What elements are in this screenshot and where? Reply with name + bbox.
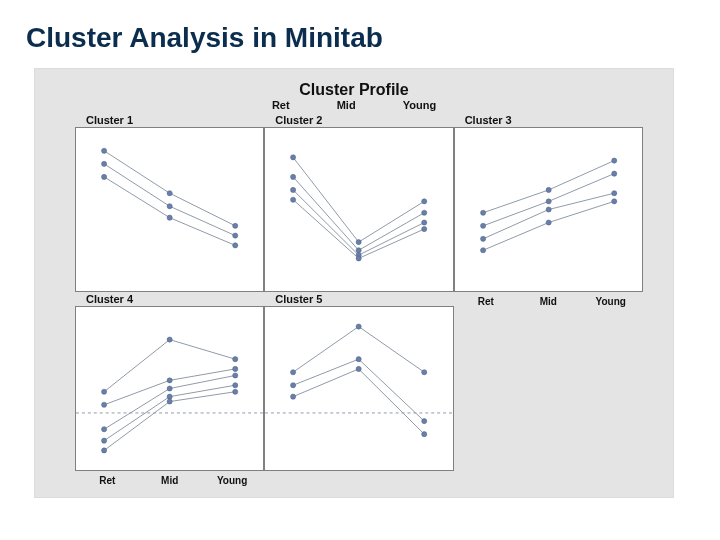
svg-point-55 (422, 419, 427, 424)
svg-point-38 (167, 378, 172, 383)
panel-label: Cluster 3 (465, 114, 512, 126)
svg-point-15 (291, 187, 296, 192)
svg-point-48 (233, 389, 238, 394)
svg-point-4 (167, 204, 172, 209)
panel-4: Cluster 4RetMidYoung (75, 306, 264, 471)
svg-point-0 (102, 148, 107, 153)
svg-point-58 (422, 432, 427, 437)
panel-2: Cluster 2 (264, 127, 453, 292)
axis-labels: RetMidYoung (76, 475, 263, 486)
svg-point-22 (546, 187, 551, 192)
svg-point-17 (422, 220, 427, 225)
panel-3: Cluster 3RetMidYoung (454, 127, 643, 292)
axis-tick-label: Mid (139, 475, 201, 486)
svg-point-45 (233, 383, 238, 388)
svg-point-53 (291, 383, 296, 388)
slide: Cluster Analysis in Minitab Cluster Prof… (0, 0, 720, 540)
svg-point-35 (167, 337, 172, 342)
svg-point-31 (546, 220, 551, 225)
svg-point-8 (233, 243, 238, 248)
svg-point-30 (480, 248, 485, 253)
svg-point-14 (422, 210, 427, 215)
page-title: Cluster Analysis in Minitab (26, 22, 698, 54)
svg-point-41 (167, 386, 172, 391)
cat-label: Mid (337, 99, 356, 111)
svg-point-6 (102, 174, 107, 179)
svg-point-13 (356, 248, 361, 253)
svg-point-52 (422, 370, 427, 375)
svg-point-44 (167, 394, 172, 399)
chart-card: Cluster Profile Ret Mid Young Cluster 1C… (34, 68, 674, 498)
panel-label: Cluster 1 (86, 114, 133, 126)
svg-point-19 (356, 256, 361, 261)
panel-5: Cluster 5 (264, 306, 453, 471)
svg-point-10 (356, 240, 361, 245)
svg-point-3 (102, 161, 107, 166)
svg-point-43 (102, 438, 107, 443)
svg-point-51 (356, 324, 361, 329)
top-category-labels: Ret Mid Young (35, 99, 673, 111)
svg-point-1 (167, 191, 172, 196)
svg-point-56 (291, 394, 296, 399)
svg-point-2 (233, 223, 238, 228)
svg-point-40 (102, 427, 107, 432)
svg-point-34 (102, 389, 107, 394)
svg-point-57 (356, 366, 361, 371)
svg-point-27 (480, 236, 485, 241)
axis-tick-label: Young (580, 296, 642, 307)
svg-point-46 (102, 448, 107, 453)
svg-point-20 (422, 226, 427, 231)
svg-point-18 (291, 197, 296, 202)
axis-tick-label: Mid (517, 296, 579, 307)
svg-point-26 (611, 171, 616, 176)
svg-point-12 (291, 174, 296, 179)
svg-point-21 (480, 210, 485, 215)
svg-point-42 (233, 373, 238, 378)
svg-point-5 (233, 233, 238, 238)
svg-point-39 (233, 366, 238, 371)
cat-label: Young (403, 99, 436, 111)
svg-point-28 (546, 207, 551, 212)
axis-tick-label: Ret (455, 296, 517, 307)
chart-title: Cluster Profile (49, 81, 659, 99)
svg-point-32 (611, 199, 616, 204)
axis-tick-label: Ret (76, 475, 138, 486)
svg-point-29 (611, 191, 616, 196)
svg-point-54 (356, 357, 361, 362)
svg-point-50 (291, 370, 296, 375)
panel-label: Cluster 4 (86, 293, 133, 305)
svg-point-23 (611, 158, 616, 163)
axis-labels: RetMidYoung (455, 296, 642, 307)
panel-1: Cluster 1 (75, 127, 264, 292)
svg-point-25 (546, 199, 551, 204)
panel-label: Cluster 5 (275, 293, 322, 305)
svg-point-36 (233, 357, 238, 362)
panel-grid: Cluster 1Cluster 2Cluster 3RetMidYoungCl… (75, 113, 643, 471)
svg-point-47 (167, 399, 172, 404)
svg-point-9 (291, 155, 296, 160)
svg-point-7 (167, 215, 172, 220)
svg-point-11 (422, 199, 427, 204)
svg-point-37 (102, 402, 107, 407)
cat-label: Ret (272, 99, 290, 111)
panel-label: Cluster 2 (275, 114, 322, 126)
axis-tick-label: Young (201, 475, 263, 486)
svg-point-24 (480, 223, 485, 228)
